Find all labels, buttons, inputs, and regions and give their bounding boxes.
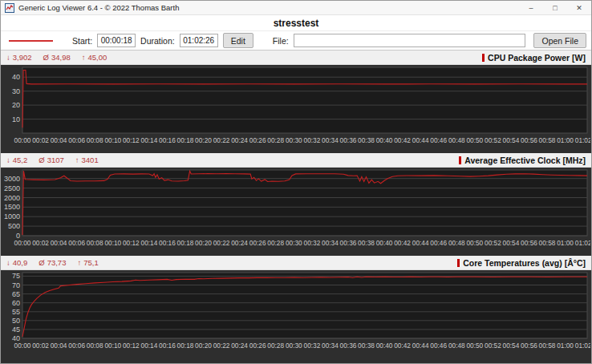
svg-text:00:02: 00:02 [32, 239, 49, 247]
svg-text:00:48: 00:48 [448, 136, 465, 144]
max-value: 45,00 [87, 53, 107, 62]
chart-header: ↓45,2 Ø3107 ↑3401 Average Effective Cloc… [1, 153, 591, 168]
start-time-input[interactable] [97, 34, 136, 47]
svg-text:00:36: 00:36 [340, 136, 357, 144]
svg-text:00:40: 00:40 [376, 136, 393, 144]
svg-text:00:54: 00:54 [503, 136, 520, 144]
edit-button[interactable]: Edit [223, 33, 253, 48]
effective-clock-plot[interactable]: 05001000150020002500300000:0000:0200:040… [3, 168, 590, 251]
duration-input[interactable] [180, 34, 218, 47]
min-value: 3,902 [13, 53, 32, 62]
svg-text:00:20: 00:20 [195, 342, 212, 350]
window-controls: – □ ✕ [519, 1, 591, 14]
svg-text:00:24: 00:24 [231, 342, 248, 350]
max-arrow-up-icon: ↑ [82, 53, 86, 62]
max-value: 75,1 [83, 258, 99, 267]
svg-text:00:08: 00:08 [87, 136, 103, 144]
app-icon [5, 3, 14, 13]
chart-section-core-temperatures: ↓40,9 Ø73,73 ↑75,1 Core Temperatures (av… [3, 256, 589, 354]
svg-text:00:04: 00:04 [51, 342, 67, 350]
svg-text:00:30: 00:30 [286, 136, 302, 144]
chart-section-average-effective-clock: ↓45,2 Ø3107 ↑3401 Average Effective Cloc… [3, 153, 589, 251]
svg-text:00:06: 00:06 [68, 136, 85, 144]
min-arrow-down-icon: ↓ [6, 156, 10, 164]
svg-text:00:46: 00:46 [430, 342, 447, 350]
open-file-button[interactable]: Open File [533, 33, 586, 48]
svg-text:00:42: 00:42 [394, 342, 411, 350]
svg-text:00:06: 00:06 [68, 239, 85, 247]
core-temperatures-plot[interactable]: 404550556065707500:0000:0200:0400:0600:0… [3, 270, 590, 354]
svg-text:00:10: 00:10 [104, 342, 121, 350]
svg-text:00:50: 00:50 [466, 136, 483, 144]
maximize-icon[interactable]: □ [543, 1, 567, 14]
svg-text:01:02: 01:02 [575, 239, 590, 247]
svg-text:00:42: 00:42 [394, 239, 411, 247]
svg-text:00:50: 00:50 [466, 342, 483, 350]
chart-stats: ↓3,902 Ø34,98 ↑45,00 [6, 53, 107, 62]
max-arrow-up-icon: ↑ [75, 156, 79, 164]
svg-text:00:38: 00:38 [358, 239, 375, 247]
svg-text:00:30: 00:30 [286, 239, 302, 247]
svg-text:00:28: 00:28 [267, 342, 284, 350]
svg-text:00:12: 00:12 [123, 342, 140, 350]
duration-label: Duration: [140, 36, 175, 46]
chart-title-label: Core Temperatures (avg) [Â°C] [463, 258, 586, 268]
window-title: Generic Log Viewer 6.4 - © 2022 Thomas B… [18, 3, 519, 12]
close-icon[interactable]: ✕ [567, 1, 591, 14]
svg-text:00:16: 00:16 [159, 239, 176, 247]
svg-text:00:44: 00:44 [412, 136, 429, 144]
svg-text:00:32: 00:32 [304, 342, 321, 350]
series-color-marker-icon [457, 259, 460, 267]
svg-text:00:22: 00:22 [213, 239, 230, 247]
svg-text:00:24: 00:24 [231, 239, 248, 247]
svg-text:00:10: 00:10 [104, 239, 121, 247]
cpu-power-plot[interactable]: 1020304000:0000:0200:0400:0600:0800:1000… [3, 65, 590, 148]
file-label: File: [273, 36, 289, 46]
svg-text:10: 10 [12, 115, 20, 123]
svg-text:00:14: 00:14 [141, 342, 158, 350]
svg-text:00:46: 00:46 [430, 239, 447, 247]
minimize-icon[interactable]: – [519, 1, 543, 14]
svg-text:00:40: 00:40 [376, 342, 393, 350]
svg-text:00:50: 00:50 [466, 239, 483, 247]
start-label: Start: [72, 36, 92, 46]
svg-text:00:32: 00:32 [304, 239, 321, 247]
svg-text:00:18: 00:18 [177, 239, 194, 247]
series-color-marker-icon [482, 54, 485, 62]
svg-text:00:56: 00:56 [521, 239, 537, 247]
series-legend-line [9, 40, 53, 42]
svg-text:500: 500 [8, 222, 20, 230]
svg-text:00:34: 00:34 [322, 239, 339, 247]
svg-text:01:00: 01:00 [557, 136, 574, 144]
series-color-marker-icon [459, 156, 461, 164]
svg-text:00:02: 00:02 [32, 342, 49, 350]
chart-stats: ↓40,9 Ø73,73 ↑75,1 [6, 258, 99, 267]
svg-text:00:24: 00:24 [231, 136, 248, 144]
svg-text:00:58: 00:58 [539, 136, 556, 144]
chart-stats: ↓45,2 Ø3107 ↑3401 [6, 156, 99, 164]
svg-text:00:20: 00:20 [195, 136, 212, 144]
svg-text:3000: 3000 [4, 175, 20, 183]
average-icon: Ø [39, 156, 44, 164]
svg-text:00:00: 00:00 [14, 342, 31, 350]
svg-text:00:36: 00:36 [340, 342, 357, 350]
svg-text:30: 30 [12, 87, 20, 95]
svg-text:00:26: 00:26 [249, 342, 266, 350]
svg-text:00:22: 00:22 [213, 342, 230, 350]
min-value: 45,2 [13, 156, 28, 164]
min-value: 40,9 [13, 258, 28, 267]
file-path-input[interactable] [294, 34, 526, 47]
svg-text:40: 40 [12, 73, 20, 81]
svg-text:01:02: 01:02 [575, 342, 590, 350]
title-bar: Generic Log Viewer 6.4 - © 2022 Thomas B… [1, 1, 591, 15]
svg-text:45: 45 [12, 326, 20, 334]
svg-text:00:02: 00:02 [32, 136, 49, 144]
svg-text:00:42: 00:42 [394, 136, 411, 144]
svg-text:00:58: 00:58 [539, 239, 556, 247]
svg-text:60: 60 [12, 299, 20, 307]
svg-text:00:52: 00:52 [485, 342, 501, 350]
svg-text:00:04: 00:04 [51, 239, 67, 247]
svg-text:00:38: 00:38 [358, 136, 375, 144]
svg-text:00:52: 00:52 [485, 136, 501, 144]
chart-header: ↓3,902 Ø34,98 ↑45,00 CPU Package Power [… [1, 51, 591, 65]
